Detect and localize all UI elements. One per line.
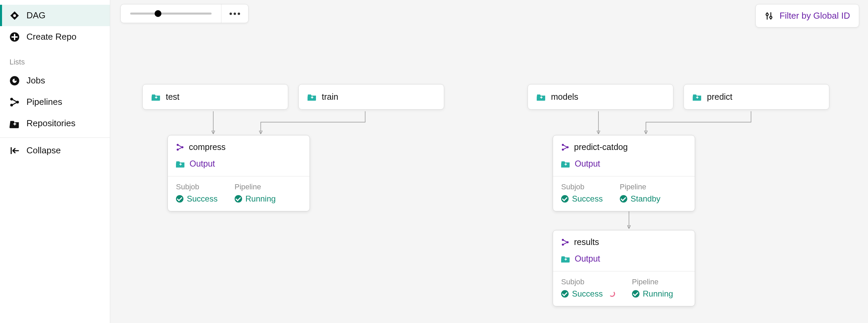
pipeline-status: Standby (620, 194, 660, 204)
folder-plus-icon (308, 93, 316, 101)
check-icon (632, 290, 639, 298)
svg-point-17 (567, 241, 569, 243)
repo-node-train[interactable]: train (298, 84, 444, 110)
repo-label-test: test (166, 92, 179, 102)
sidebar-label-create-repo: Create Repo (26, 32, 76, 42)
dag-icon (9, 11, 20, 21)
pipeline-status: Running (235, 194, 276, 204)
folder-plus-icon (176, 160, 185, 168)
subjob-status: Success (176, 194, 218, 204)
sidebar-section-lists: Lists (0, 48, 110, 70)
folder-plus-icon (561, 255, 570, 263)
subjob-label: Subjob (561, 183, 603, 191)
sidebar: DAG Create Repo Lists Jobs Pipelines Rep… (0, 0, 110, 323)
sidebar-label-collapse: Collapse (26, 145, 61, 156)
sidebar-item-repositories[interactable]: Repositories (0, 113, 110, 134)
pipeline-status-label: Pipeline (235, 183, 276, 191)
jobs-icon (9, 76, 20, 86)
pipeline-icon (176, 143, 184, 151)
plus-circle-icon (9, 32, 20, 42)
pipeline-icon (561, 143, 569, 151)
pipeline-name: compress (189, 142, 225, 152)
pipeline-status-row: Subjob Success Pipeline Running (168, 176, 310, 211)
subjob-status: Success (561, 289, 615, 299)
sidebar-item-dag[interactable]: DAG (0, 5, 110, 26)
svg-point-4 (10, 98, 13, 100)
pipelines-icon (9, 97, 20, 107)
repo-node-predict[interactable]: predict (684, 84, 829, 110)
subjob-label: Subjob (176, 183, 218, 191)
pipeline-output-label: Output (575, 159, 600, 169)
sidebar-label-pipelines: Pipelines (26, 97, 62, 107)
collapse-icon (9, 146, 20, 156)
sidebar-label-jobs: Jobs (26, 75, 45, 86)
sidebar-item-jobs[interactable]: Jobs (0, 70, 110, 91)
pipeline-status: Running (632, 289, 673, 299)
spinner-icon (609, 291, 615, 297)
subjob-label: Subjob (561, 278, 615, 286)
check-icon (620, 195, 627, 203)
pipeline-status-label: Pipeline (620, 183, 660, 191)
folder-plus-icon (693, 93, 702, 101)
repo-node-models[interactable]: models (528, 84, 673, 110)
sidebar-label-repositories: Repositories (26, 118, 76, 129)
pipeline-icon (561, 238, 569, 246)
subjob-status: Success (561, 194, 603, 204)
pipeline-header: predict-catdog (553, 135, 695, 155)
pipeline-output-label: Output (575, 254, 600, 264)
svg-point-14 (567, 146, 569, 148)
check-icon (561, 290, 569, 298)
svg-point-11 (181, 146, 183, 148)
pipeline-status-row: Subjob Success Pipeline Running (553, 271, 695, 306)
pipeline-header: results (553, 230, 695, 250)
sidebar-label-dag: DAG (26, 10, 45, 21)
pipeline-output[interactable]: Output (168, 155, 310, 176)
folder-plus-icon (537, 93, 546, 101)
pipeline-node-compress[interactable]: compress Output Subjob Success (167, 135, 310, 211)
sidebar-item-pipelines[interactable]: Pipelines (0, 91, 110, 113)
svg-point-0 (13, 14, 16, 17)
svg-point-6 (16, 101, 19, 103)
main-canvas[interactable]: Filter by Global ID (110, 0, 868, 323)
repo-label-models: models (551, 92, 578, 102)
svg-point-5 (10, 103, 13, 106)
folder-plus-icon (561, 160, 570, 168)
pipeline-output[interactable]: Output (553, 155, 695, 176)
pipeline-header: compress (168, 135, 310, 155)
pipeline-node-results[interactable]: results Output Subjob Success (553, 230, 695, 306)
repo-label-train: train (322, 92, 338, 102)
check-icon (561, 195, 569, 203)
folder-plus-icon (152, 93, 160, 101)
pipeline-node-predict-catdog[interactable]: predict-catdog Output Subjob Success (553, 135, 695, 211)
repo-label-predict: predict (707, 92, 732, 102)
sidebar-collapse[interactable]: Collapse (0, 138, 110, 163)
repo-node-test[interactable]: test (142, 84, 288, 110)
dag-canvas: test train models predict compress (110, 0, 868, 323)
sidebar-item-create-repo[interactable]: Create Repo (0, 26, 110, 48)
pipeline-output-label: Output (190, 159, 215, 169)
pipeline-name: predict-catdog (574, 142, 628, 152)
check-icon (176, 195, 183, 203)
pipeline-status-row: Subjob Success Pipeline Standby (553, 176, 695, 211)
pipeline-status-label: Pipeline (632, 278, 673, 286)
check-icon (235, 195, 242, 203)
pipeline-name: results (574, 237, 599, 247)
repositories-icon (9, 118, 20, 129)
pipeline-output[interactable]: Output (553, 250, 695, 271)
